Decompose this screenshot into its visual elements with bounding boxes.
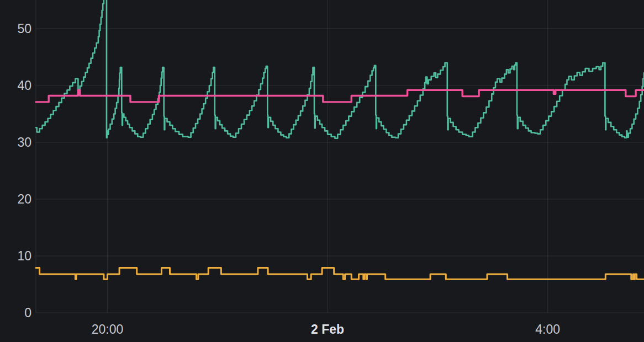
series-pink-line	[36, 90, 644, 102]
time-series-chart[interactable]: 0102030405020:002 Feb4:00	[0, 0, 644, 342]
y-tick-label: 20	[17, 192, 31, 206]
x-tick-label: 2 Feb	[311, 322, 344, 336]
series-orange-line	[36, 268, 644, 280]
x-tick-label: 4:00	[535, 322, 560, 336]
y-tick-label: 10	[17, 249, 31, 263]
time-series-panel: 0102030405020:002 Feb4:00	[0, 0, 644, 342]
x-tick-label: 20:00	[92, 322, 124, 336]
y-tick-label: 40	[17, 78, 31, 93]
y-tick-label: 50	[17, 22, 31, 36]
y-tick-label: 0	[24, 306, 31, 320]
y-tick-label: 30	[17, 135, 31, 149]
series-green-line	[36, 0, 644, 138]
